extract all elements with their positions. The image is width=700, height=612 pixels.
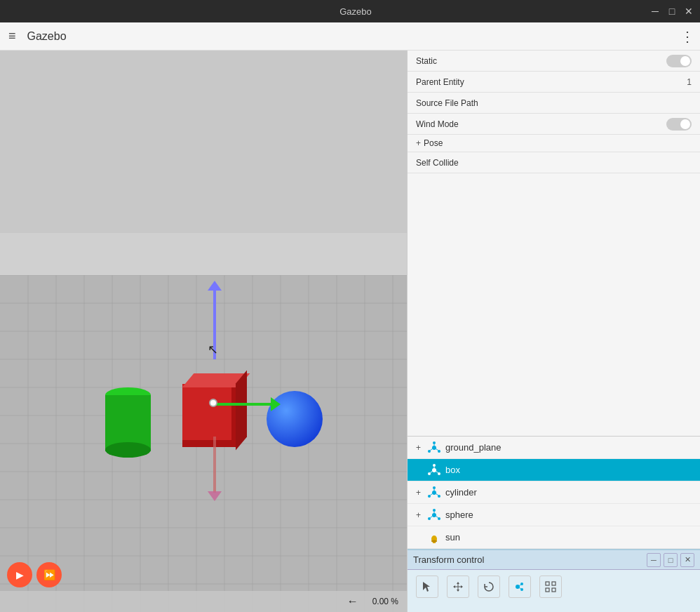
prop-self-collide: Self Collide	[408, 152, 700, 173]
svg-rect-81	[552, 582, 556, 585]
sphere-icon	[427, 508, 441, 522]
zoom-level: 0.00 %	[372, 597, 398, 606]
transform-controls-row	[408, 570, 700, 604]
svg-point-45	[438, 450, 440, 453]
svg-line-61	[431, 493, 433, 495]
static-toggle[interactable]	[666, 55, 692, 67]
svg-point-52	[438, 472, 440, 475]
entity-item-sun[interactable]: sun	[408, 526, 700, 549]
prop-source-file-path-label: Source File Path	[416, 98, 692, 108]
transform-restore-button[interactable]: □	[664, 553, 678, 567]
entity-label-sphere: sphere	[445, 510, 473, 520]
svg-rect-74	[455, 587, 461, 587]
box-side-face	[236, 370, 247, 450]
prop-parent-entity: Parent Entity 1	[408, 72, 700, 93]
svg-line-47	[431, 448, 433, 450]
transform-panel-title: Transform control	[413, 554, 644, 565]
prop-self-collide-label: Self Collide	[416, 158, 692, 168]
restore-button[interactable]: □	[666, 6, 678, 17]
menubar: ≡ Gazebo ⋮	[0, 22, 700, 51]
entity-item-sphere[interactable]: + sphere	[408, 504, 700, 526]
play-controls: ▶ ⏩	[7, 562, 62, 587]
prop-parent-entity-value: 1	[687, 77, 692, 87]
tc-rotate-button[interactable]	[478, 576, 500, 598]
titlebar-title: Gazebo	[62, 6, 649, 17]
pose-expand-icon: +	[416, 138, 421, 148]
right-panel: Static Parent Entity 1 Source File Path …	[407, 51, 700, 612]
svg-rect-83	[552, 588, 556, 592]
sky-area	[0, 51, 407, 233]
cylinder-bottom	[105, 442, 151, 458]
svg-line-48	[436, 448, 438, 450]
entity-item-box[interactable]: box	[408, 459, 700, 481]
svg-point-72	[431, 540, 437, 542]
status-bar: ← 0.00 %	[0, 591, 407, 612]
minimize-button[interactable]: ─	[649, 6, 661, 17]
entity-item-ground-plane[interactable]: + ground_plane	[408, 437, 700, 459]
entity-item-cylinder[interactable]: + cylinder	[408, 481, 700, 504]
play-button[interactable]: ▶	[7, 562, 32, 587]
titlebar: Gazebo ─ □ ✕	[0, 0, 700, 22]
svg-point-58	[428, 495, 431, 498]
transform-panel: Transform control ─ □ ✕	[408, 549, 700, 612]
objects-container[interactable]: ↖	[35, 373, 351, 500]
svg-line-55	[436, 471, 438, 472]
tc-link-button[interactable]	[509, 576, 531, 598]
hamburger-button[interactable]: ≡	[6, 26, 19, 46]
viewport[interactable]: ↖ ▶ ⏩ ← 0.00 %	[0, 51, 407, 612]
svg-line-54	[431, 471, 433, 472]
nav-arrow: ←	[347, 595, 358, 608]
entity-label-box: box	[445, 465, 460, 475]
prop-wind-mode: Wind Mode	[408, 114, 700, 135]
svg-point-50	[433, 464, 436, 467]
prop-static: Static	[408, 51, 700, 72]
tc-select-button[interactable]	[416, 576, 438, 598]
properties-panel: Static Parent Entity 1 Source File Path …	[408, 51, 700, 436]
svg-line-69	[436, 516, 438, 517]
svg-rect-80	[546, 582, 549, 585]
svg-point-59	[438, 495, 440, 498]
cylinder-expand-icon: +	[416, 488, 424, 498]
more-button[interactable]: ⋮	[680, 28, 694, 45]
prop-parent-entity-label: Parent Entity	[416, 77, 687, 87]
transform-close-button[interactable]: ✕	[680, 553, 694, 567]
sphere-expand-icon: +	[416, 510, 424, 520]
transform-arrow-right	[216, 403, 272, 406]
entity-label-ground-plane: ground_plane	[445, 442, 502, 453]
transform-arrow-down	[213, 437, 216, 493]
wind-mode-toggle[interactable]	[666, 118, 692, 131]
sun-icon	[427, 531, 441, 545]
svg-point-64	[433, 509, 436, 512]
svg-point-51	[428, 472, 431, 475]
step-button[interactable]: ⏩	[36, 562, 62, 587]
main-layout: ↖ ▶ ⏩ ← 0.00 % Static Parent Entity 1	[0, 51, 700, 612]
box-object[interactable]	[182, 384, 238, 447]
ground-plane-icon	[427, 441, 441, 455]
cursor: ↖	[208, 342, 216, 356]
entity-list: + ground_plane	[408, 436, 700, 549]
svg-line-78	[520, 585, 521, 586]
svg-line-68	[431, 516, 433, 517]
prop-source-file-path: Source File Path	[408, 93, 700, 114]
transform-minimize-button[interactable]: ─	[647, 553, 661, 567]
svg-point-44	[428, 450, 431, 453]
svg-line-79	[520, 588, 521, 590]
cylinder-icon	[427, 486, 441, 500]
tc-grid-button[interactable]	[539, 576, 562, 598]
svg-point-43	[433, 441, 436, 444]
prop-pose-group[interactable]: + Pose	[408, 135, 700, 152]
svg-point-75	[516, 585, 520, 589]
prop-static-label: Static	[416, 56, 666, 66]
svg-rect-82	[546, 588, 549, 592]
close-button[interactable]: ✕	[683, 6, 694, 17]
entity-label-cylinder: cylinder	[445, 487, 477, 498]
cylinder-object[interactable]	[105, 387, 151, 458]
box-icon	[427, 463, 441, 477]
svg-point-65	[428, 517, 431, 520]
ground-plane-expand-icon: +	[416, 443, 424, 453]
prop-pose-label: Pose	[424, 138, 692, 148]
prop-wind-mode-label: Wind Mode	[416, 119, 666, 129]
transform-panel-title-bar: Transform control ─ □ ✕	[408, 550, 700, 570]
svg-line-62	[436, 493, 438, 495]
tc-translate-button[interactable]	[447, 576, 469, 598]
